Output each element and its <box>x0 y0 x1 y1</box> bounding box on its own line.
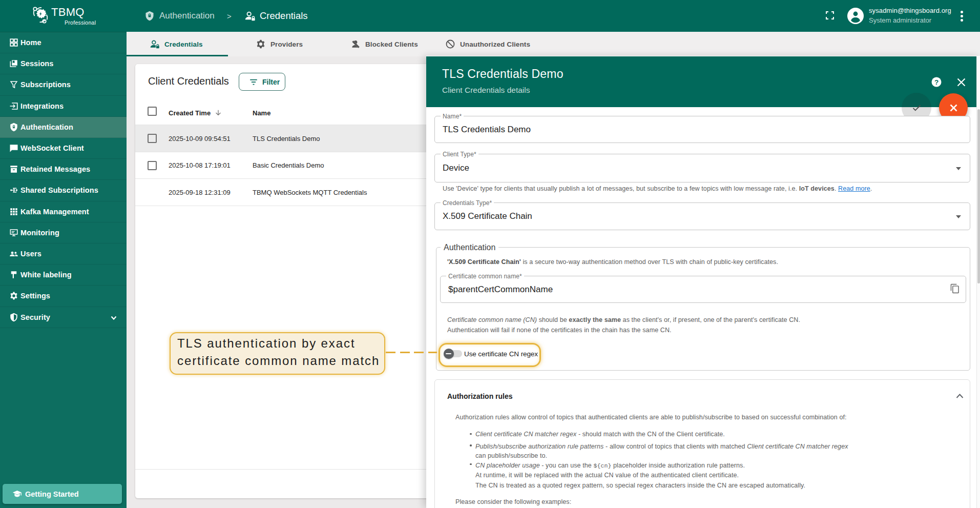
svg-text:?: ? <box>934 78 939 86</box>
